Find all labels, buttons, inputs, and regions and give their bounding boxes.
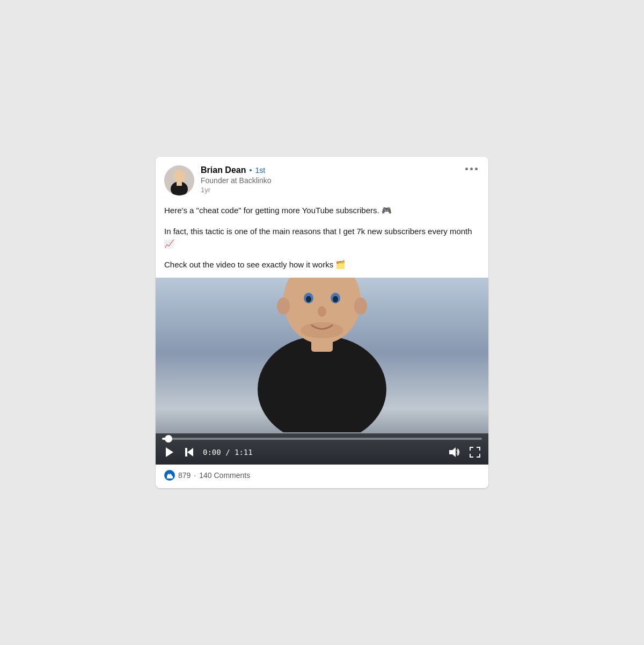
total-time: 1:11 xyxy=(235,448,253,456)
svg-marker-18 xyxy=(449,447,456,457)
post-text: Here's a "cheat code" for getting more Y… xyxy=(164,204,480,271)
like-count: 879 xyxy=(178,471,191,480)
play-icon xyxy=(163,446,175,458)
separator: · xyxy=(194,471,196,480)
controls-right xyxy=(447,445,482,459)
svg-point-11 xyxy=(318,306,326,317)
connection-level: 1st xyxy=(255,166,265,175)
time-separator: / xyxy=(225,448,235,456)
fullscreen-icon xyxy=(469,446,481,458)
svg-point-1 xyxy=(173,170,185,183)
skip-back-icon xyxy=(184,446,195,458)
svg-point-9 xyxy=(306,296,311,302)
author-title[interactable]: Founder at Backlinko xyxy=(201,176,272,185)
paragraph-1: Here's a "cheat code" for getting more Y… xyxy=(164,204,480,216)
paragraph-2: In fact, this tactic is one of the main … xyxy=(164,225,480,250)
skip-back-button[interactable] xyxy=(182,445,196,459)
dot-3 xyxy=(475,168,478,170)
progress-thumb xyxy=(165,435,172,443)
fullscreen-button[interactable] xyxy=(468,445,482,459)
avatar[interactable] xyxy=(164,165,194,195)
post-header: Brian Dean • 1st Founder at Backlinko 1y… xyxy=(156,157,488,200)
progress-fill xyxy=(162,438,169,440)
post-time: 1yr xyxy=(201,186,272,194)
volume-icon xyxy=(448,446,459,458)
dot-2 xyxy=(470,168,473,170)
svg-rect-3 xyxy=(177,182,182,186)
author-info: Brian Dean • 1st Founder at Backlinko 1y… xyxy=(201,165,272,194)
svg-marker-16 xyxy=(187,448,193,456)
like-icon xyxy=(164,470,175,481)
like-icon-wrapper[interactable] xyxy=(164,470,175,481)
post-content: Here's a "cheat code" for getting more Y… xyxy=(156,200,488,278)
more-options-button[interactable] xyxy=(463,165,480,172)
dot-1 xyxy=(465,168,468,170)
video-container[interactable]: 0:00 / 1:11 xyxy=(156,278,488,465)
post-footer: 879 · 140 Comments xyxy=(156,465,488,488)
controls-left: 0:00 / 1:11 xyxy=(162,445,253,459)
svg-point-13 xyxy=(354,298,367,315)
svg-rect-17 xyxy=(185,448,187,456)
video-controls: 0:00 / 1:11 xyxy=(156,433,488,465)
svg-marker-15 xyxy=(166,447,173,457)
svg-rect-20 xyxy=(167,476,168,479)
svg-point-14 xyxy=(301,322,343,338)
svg-point-10 xyxy=(333,296,338,302)
header-left: Brian Dean • 1st Founder at Backlinko 1y… xyxy=(164,165,272,195)
linkedin-post-card: Brian Dean • 1st Founder at Backlinko 1y… xyxy=(156,157,488,489)
person-figure xyxy=(247,278,397,433)
controls-row: 0:00 / 1:11 xyxy=(162,445,482,459)
author-name-row: Brian Dean • 1st xyxy=(201,165,272,175)
play-button[interactable] xyxy=(162,445,176,459)
svg-point-12 xyxy=(277,298,290,315)
connection-badge: • xyxy=(249,166,252,175)
volume-button[interactable] xyxy=(447,445,460,459)
progress-bar[interactable] xyxy=(162,438,482,440)
paragraph-3: Check out the video to see exactly how i… xyxy=(164,258,480,271)
current-time: 0:00 xyxy=(203,448,221,456)
time-display: 0:00 / 1:11 xyxy=(203,448,253,456)
author-name[interactable]: Brian Dean xyxy=(201,165,246,175)
comments-count[interactable]: 140 Comments xyxy=(199,471,250,480)
